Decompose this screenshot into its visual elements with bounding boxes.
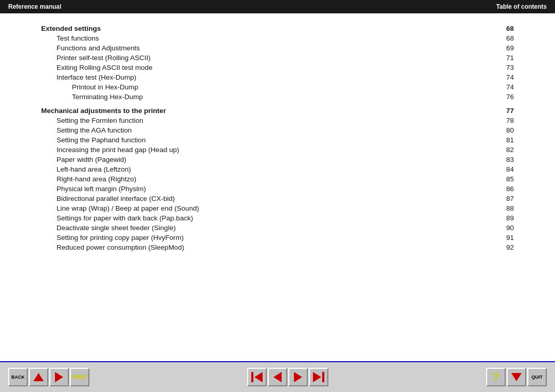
- toc-row: Deactivate single sheet feeder (Single)9…: [41, 223, 514, 233]
- header-bar: Reference manual Table of contents: [0, 0, 555, 13]
- toc-item-label: Bidirectional parallel interface (CX-bid…: [41, 194, 443, 203]
- toolbar-center: [247, 368, 328, 386]
- toc-item-label: Functions and Adjustments: [41, 43, 443, 53]
- down-button[interactable]: [507, 368, 526, 386]
- toc-item-page: 68: [443, 33, 514, 43]
- toc-row: Exiting Rolling ASCII test mode73: [41, 63, 514, 72]
- toc-item-label: Reduced power consumption (SleepMod): [41, 242, 443, 252]
- toc-item-label: Setting for printing copy paper (HvyForm…: [41, 233, 443, 242]
- print-button[interactable]: PRINT: [70, 368, 89, 386]
- toc-item-page: 71: [443, 53, 514, 63]
- toc-item-page: 69: [443, 43, 514, 53]
- back-label: BACK: [11, 375, 25, 380]
- toc-row: Setting the Formlen function78: [41, 116, 514, 125]
- last-page-icon: [313, 372, 324, 382]
- toc-item-page: 82: [443, 145, 514, 155]
- next-page-button[interactable]: [288, 368, 308, 386]
- toc-item-label: Printer self-test (Rolling ASCII): [41, 53, 443, 63]
- toc-item-label: Setting the AGA function: [41, 125, 443, 135]
- toc-item-page: 86: [443, 184, 514, 194]
- toc-row: Extended settings68: [41, 24, 514, 33]
- toc-row: Left-hand area (Leftzon)84: [41, 164, 514, 174]
- toc-item-page: 73: [443, 63, 514, 72]
- main-content: Extended settings68Test functions68Funct…: [0, 13, 555, 361]
- print-label: PRINT: [71, 374, 88, 380]
- up-button[interactable]: [29, 368, 48, 386]
- toc-row: Settings for paper with dark back (Pap.b…: [41, 213, 514, 223]
- toc-row: Printer self-test (Rolling ASCII)71: [41, 53, 514, 63]
- header-right-label: Table of contents: [496, 3, 547, 10]
- help-icon: ?: [492, 370, 499, 384]
- toc-row: Physical left margin (Physlm)86: [41, 184, 514, 194]
- toc-item-page: 83: [443, 155, 514, 164]
- toc-item-label: Printout in Hex-Dump: [41, 82, 443, 92]
- toc-item-label: Right-hand area (Rightzo): [41, 174, 443, 184]
- toc-item-page: 89: [443, 213, 514, 223]
- toc-item-page: 74: [443, 72, 514, 82]
- toc-item-page: 90: [443, 223, 514, 233]
- first-page-icon: [251, 372, 263, 382]
- help-button[interactable]: ?: [486, 368, 506, 386]
- prev-page-button[interactable]: [268, 368, 287, 386]
- header-left-label: Reference manual: [8, 3, 61, 10]
- toc-item-page: 68: [443, 24, 514, 33]
- toc-item-label: Mechanical adjustments to the printer: [41, 106, 443, 116]
- toc-item-label: Interface test (Hex-Dump): [41, 72, 443, 82]
- toc-item-label: Physical left margin (Physlm): [41, 184, 443, 194]
- toc-item-page: 80: [443, 125, 514, 135]
- prev-arrow-icon: [273, 372, 282, 382]
- quit-label: QUIT: [531, 375, 543, 380]
- toc-item-page: 74: [443, 82, 514, 92]
- toc-row: Setting the AGA function80: [41, 125, 514, 135]
- toc-item-label: Setting the Paphand function: [41, 135, 443, 145]
- up-arrow-icon: [33, 373, 44, 381]
- toc-row: Printout in Hex-Dump74: [41, 82, 514, 92]
- toc-row: Functions and Adjustments69: [41, 43, 514, 53]
- forward-button[interactable]: [49, 368, 69, 386]
- toc-item-label: Terminating Hex-Dump: [41, 92, 443, 102]
- toc-item-page: 77: [443, 106, 514, 116]
- toc-item-label: Extended settings: [41, 24, 443, 33]
- toc-row: Right-hand area (Rightzo)85: [41, 174, 514, 184]
- first-page-button[interactable]: [247, 368, 267, 386]
- toc-row: Test functions68: [41, 33, 514, 43]
- toc-item-label: Paper width (Pagewid): [41, 155, 443, 164]
- toc-item-page: 85: [443, 174, 514, 184]
- toc-item-label: Deactivate single sheet feeder (Single): [41, 223, 443, 233]
- toc-item-page: 76: [443, 92, 514, 102]
- forward-arrow-icon: [55, 372, 63, 382]
- toc-row: Line wrap (Wrap) / Beep at paper end (So…: [41, 203, 514, 213]
- toc-item-page: 81: [443, 135, 514, 145]
- toolbar-right: ? QUIT: [486, 368, 547, 386]
- toc-row: Reduced power consumption (SleepMod)92: [41, 242, 514, 252]
- toc-item-page: 84: [443, 164, 514, 174]
- toc-row: Setting for printing copy paper (HvyForm…: [41, 233, 514, 242]
- toc-row: Bidirectional parallel interface (CX-bid…: [41, 194, 514, 203]
- toolbar-left: BACK PRINT: [8, 368, 89, 386]
- back-button[interactable]: BACK: [8, 368, 28, 386]
- toc-row: Terminating Hex-Dump76: [41, 92, 514, 102]
- toc-item-label: Left-hand area (Leftzon): [41, 164, 443, 174]
- quit-button[interactable]: QUIT: [527, 368, 547, 386]
- down-arrow-icon: [511, 373, 522, 381]
- toc-row: Mechanical adjustments to the printer77: [41, 106, 514, 116]
- toc-item-label: Setting the Formlen function: [41, 116, 443, 125]
- toc-item-page: 78: [443, 116, 514, 125]
- toc-row: Interface test (Hex-Dump)74: [41, 72, 514, 82]
- toc-item-label: Line wrap (Wrap) / Beep at paper end (So…: [41, 203, 443, 213]
- bottom-toolbar: BACK PRINT: [0, 362, 555, 392]
- toc-item-page: 88: [443, 203, 514, 213]
- toc-item-label: Test functions: [41, 33, 443, 43]
- toc-item-page: 92: [443, 242, 514, 252]
- toc-row: Increasing the print head gap (Head up)8…: [41, 145, 514, 155]
- toc-item-page: 87: [443, 194, 514, 203]
- toc-row: Setting the Paphand function81: [41, 135, 514, 145]
- next-arrow-icon: [294, 372, 302, 382]
- toc-table: Extended settings68Test functions68Funct…: [41, 24, 514, 252]
- toc-item-label: Increasing the print head gap (Head up): [41, 145, 443, 155]
- last-page-button[interactable]: [309, 368, 328, 386]
- toc-row: Paper width (Pagewid)83: [41, 155, 514, 164]
- toc-item-page: 91: [443, 233, 514, 242]
- toc-item-label: Exiting Rolling ASCII test mode: [41, 63, 443, 72]
- toc-item-label: Settings for paper with dark back (Pap.b…: [41, 213, 443, 223]
